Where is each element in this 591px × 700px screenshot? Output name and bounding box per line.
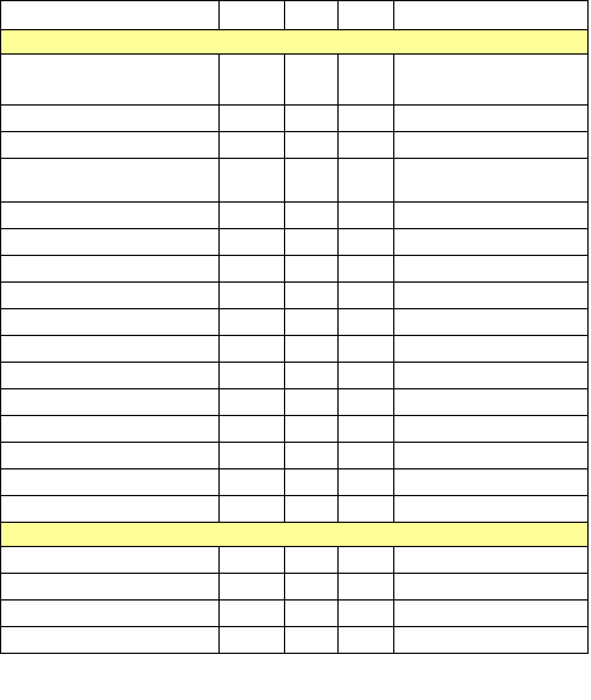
- table-cell: [339, 496, 394, 522]
- table-cell: [1, 132, 220, 158]
- table-cell: [285, 627, 339, 653]
- table-cell: [339, 309, 394, 335]
- table-cell: [339, 229, 394, 255]
- table-cell: [339, 547, 394, 573]
- table-cell: [220, 496, 285, 522]
- table-cell: [220, 627, 285, 653]
- table-cell: [1, 496, 220, 522]
- table-cell: [220, 132, 285, 158]
- table-row: [1, 55, 587, 106]
- table-row: [1, 132, 587, 159]
- table-cell: [394, 496, 587, 522]
- table-cell: [394, 309, 587, 335]
- table-cell: [1, 336, 220, 362]
- table-row: [1, 336, 587, 363]
- table-cell: [394, 601, 587, 626]
- table-row: [1, 283, 587, 309]
- table-row: [1, 106, 587, 132]
- table-cell: [394, 547, 587, 573]
- table-cell: [285, 416, 339, 442]
- table-cell: [1, 159, 220, 201]
- table-cell: [285, 443, 339, 468]
- table-row: [1, 443, 587, 469]
- table-cell: [285, 229, 339, 255]
- table-row: [1, 496, 587, 523]
- table-cell: [220, 469, 285, 495]
- table-row: [1, 627, 587, 654]
- table-row: [1, 389, 587, 416]
- table-cell: [339, 574, 394, 599]
- table-cell: [220, 159, 285, 201]
- table-cell: [285, 574, 339, 599]
- table-cell: [285, 601, 339, 626]
- table-cell: [394, 159, 587, 201]
- table-cell: [220, 106, 285, 131]
- table-cell: [394, 256, 587, 281]
- table-cell: [394, 363, 587, 388]
- table-cell: [394, 132, 587, 158]
- table-cell: [220, 601, 285, 626]
- table-cell: [285, 256, 339, 281]
- table-cell: [394, 229, 587, 255]
- table-row: [1, 574, 587, 601]
- table-cell: [285, 469, 339, 495]
- table-cell: [394, 574, 587, 599]
- table-cell: [339, 203, 394, 228]
- section-header: [1, 523, 587, 547]
- table-cell: [394, 469, 587, 495]
- table-cell: [220, 389, 285, 415]
- table-cell: [394, 416, 587, 442]
- table-cell: [1, 1, 220, 29]
- table-cell: [1, 389, 220, 415]
- table-cell: [285, 203, 339, 228]
- table-cell: [339, 106, 394, 131]
- table-cell: [285, 496, 339, 522]
- table-cell: [394, 336, 587, 362]
- table-cell: [339, 1, 394, 29]
- table-cell: [339, 132, 394, 158]
- table-cell: [220, 547, 285, 573]
- table-cell: [1, 363, 220, 388]
- table-cell: [220, 309, 285, 335]
- table-cell: [339, 389, 394, 415]
- table-cell: [394, 283, 587, 308]
- table-cell: [339, 443, 394, 468]
- table-cell: [220, 363, 285, 388]
- table-cell: [1, 229, 220, 255]
- table-cell: [220, 574, 285, 599]
- table-cell: [220, 283, 285, 308]
- table-cell: [1, 601, 220, 626]
- table-cell: [1, 309, 220, 335]
- table-cell: [339, 363, 394, 388]
- table-cell: [394, 1, 587, 29]
- table-row: [1, 547, 587, 574]
- table-cell: [285, 132, 339, 158]
- table-cell: [394, 443, 587, 468]
- table-row: [1, 601, 587, 627]
- table-cell: [339, 159, 394, 201]
- table-row: [1, 256, 587, 283]
- table-cell: [220, 256, 285, 281]
- table-cell: [285, 363, 339, 388]
- table-cell: [1, 203, 220, 228]
- table-cell: [1, 547, 220, 573]
- table-cell: [339, 601, 394, 626]
- table-row: [1, 309, 587, 336]
- table-cell: [220, 203, 285, 228]
- table-row: [1, 203, 587, 229]
- table-cell: [339, 336, 394, 362]
- table-cell: [1, 55, 220, 104]
- table-cell: [285, 55, 339, 104]
- table-cell: [285, 159, 339, 201]
- table-grid: [0, 0, 589, 654]
- table-cell: [1, 106, 220, 131]
- table-cell: [1, 283, 220, 308]
- table-cell: [220, 416, 285, 442]
- table-cell: [220, 55, 285, 104]
- table-row: [1, 229, 587, 256]
- table-cell: [339, 55, 394, 104]
- table-cell: [1, 416, 220, 442]
- table-cell: [285, 389, 339, 415]
- table-cell: [285, 1, 339, 29]
- table-cell: [1, 256, 220, 281]
